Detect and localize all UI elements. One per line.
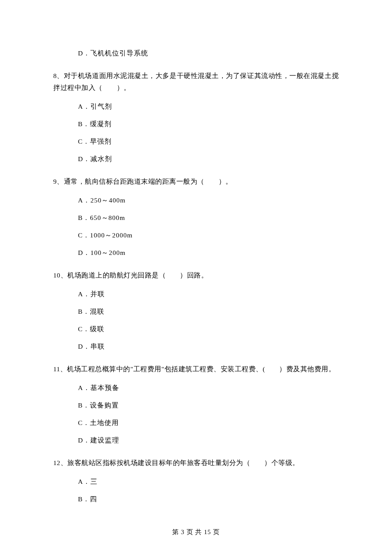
q11-options: A．基本预备 B．设备购置 C．土地使用 D．建设监理: [53, 384, 339, 445]
q12-stem: 12、旅客航站区指标按机场建设目标年的年旅客吞吐量划分为（ ）个等级。: [53, 457, 339, 469]
q8-stem: 8、对于机场道面用水泥混凝土，大多是干硬性混凝土，为了保证其流动性，一般在混凝土…: [53, 70, 339, 94]
q11-option-d: D．建设监理: [78, 436, 339, 445]
q8-option-d: D．减水剂: [78, 155, 339, 164]
q11-option-c: C．土地使用: [78, 419, 339, 428]
q8-options: A．引气剂 B．缓凝剂 C．早强剂 D．减水剂: [53, 102, 339, 164]
q12-options: A．三 B．四: [53, 477, 339, 504]
q9-option-d: D．100～200m: [78, 249, 339, 257]
page-footer: 第 3 页 共 15 页: [0, 528, 392, 536]
q10-stem: 10、机场跑道上的助航灯光回路是（ ）回路。: [53, 269, 339, 281]
q12-option-b: B．四: [78, 495, 339, 504]
q9-stem: 9、通常，航向信标台距跑道末端的距离一般为（ ）。: [53, 176, 339, 188]
q10-option-d: D．串联: [78, 342, 339, 351]
q10-options: A．并联 B．混联 C．级联 D．串联: [53, 290, 339, 351]
q8-option-b: B．缓凝剂: [78, 120, 339, 129]
q10-option-b: B．混联: [78, 307, 339, 316]
q8-option-a: A．引气剂: [78, 102, 339, 111]
q7-option-d: D．飞机机位引导系统: [78, 49, 339, 58]
q11-option-a: A．基本预备: [78, 384, 339, 393]
q11-stem: 11、机场工程总概算中的"工程费用"包括建筑工程费、安装工程费、( ）费及其他费…: [53, 363, 339, 375]
q10-option-a: A．并联: [78, 290, 339, 299]
q8-option-c: C．早强剂: [78, 137, 339, 146]
q9-option-b: B．650～800m: [78, 214, 339, 223]
q9-option-a: A．250～400m: [78, 196, 339, 205]
q9-options: A．250～400m B．650～800m C．1000～2000m D．100…: [53, 196, 339, 257]
q10-option-c: C．级联: [78, 325, 339, 334]
q11-option-b: B．设备购置: [78, 401, 339, 410]
q9-option-c: C．1000～2000m: [78, 231, 339, 240]
q12-option-a: A．三: [78, 477, 339, 486]
